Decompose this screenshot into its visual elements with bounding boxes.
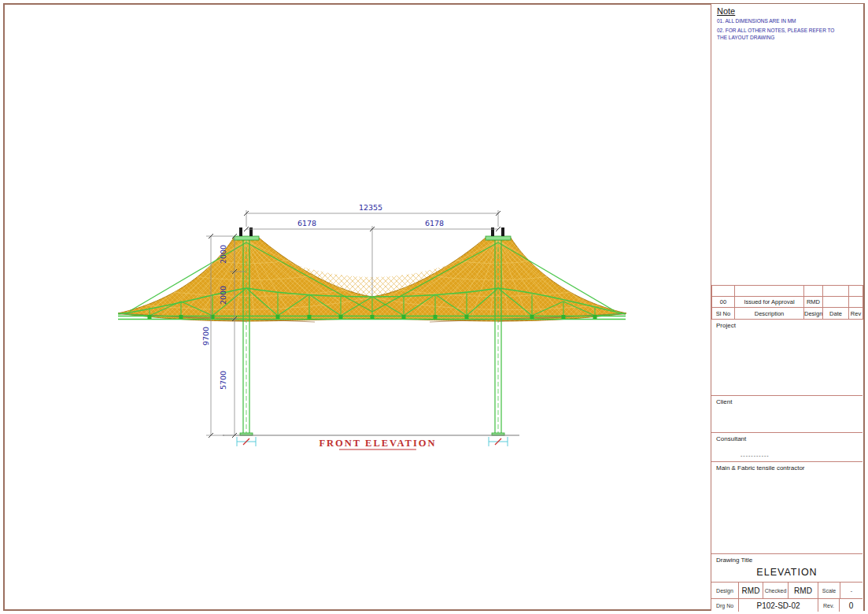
- rev-design: RMD: [804, 297, 823, 308]
- rev-date: [823, 297, 849, 308]
- revision-row-00: 00 Issued for Approval RMD: [712, 297, 863, 308]
- rev-label: Rev.: [818, 599, 839, 612]
- design-value: RMD: [738, 583, 763, 599]
- title-block-panel: Note 01. ALL DIMENSIONS ARE IN MM 02. FO…: [711, 4, 863, 611]
- section-contractor: Main & Fabric tensile contractor: [711, 461, 862, 554]
- checked-label: Checked: [763, 583, 788, 599]
- design-row: Design RMD Checked RMD Scale -: [711, 582, 862, 599]
- dim-left-half: 6178: [297, 219, 316, 227]
- rev-slno: 00: [712, 297, 735, 308]
- consultant-label: Consultant: [716, 435, 746, 442]
- checked-value: RMD: [788, 583, 818, 599]
- section-consultant: Consultant -----------: [711, 432, 862, 462]
- note-box: Note 01. ALL DIMENSIONS ARE IN MM 02. FO…: [717, 6, 843, 41]
- drawing-title: ELEVATION: [711, 567, 862, 578]
- revision-row-empty: [712, 286, 863, 297]
- note-title: Note: [717, 6, 843, 16]
- dim-total-height: 9700: [201, 327, 210, 346]
- hdr-design: Design: [804, 308, 823, 320]
- drg-no-value: P102-SD-02: [738, 599, 818, 612]
- drawing-sheet: 12355 6178 6178 2000 2000 9700 5700 FRON…: [0, 0, 868, 614]
- drawing-title-label: Drawing Title: [716, 557, 752, 564]
- rev-description: Issued for Approval: [735, 297, 804, 308]
- section-project: Project: [711, 319, 862, 396]
- rev-value: 0: [839, 599, 862, 612]
- drg-no-label: Drg No: [711, 599, 738, 612]
- dim-overall-width: 12355: [359, 203, 382, 212]
- note-item-2: 02. FOR ALL OTHER NOTES, PLEASE REFER TO…: [717, 28, 837, 42]
- note-item-1: 01. ALL DIMENSIONS ARE IN MM: [717, 18, 837, 25]
- consultant-value: -----------: [741, 453, 770, 458]
- revision-table: 00 Issued for Approval RMD Sl No Descrip…: [711, 285, 863, 320]
- front-elevation-label: FRONT ELEVATION: [319, 438, 436, 449]
- scale-label: Scale: [818, 583, 840, 599]
- contractor-label: Main & Fabric tensile contractor: [716, 464, 805, 472]
- hdr-description: Description: [735, 308, 804, 320]
- dim-mast-top: 2000: [219, 245, 227, 264]
- project-label: Project: [716, 322, 736, 329]
- dim-right-half: 6178: [425, 219, 444, 227]
- hdr-date: Date: [823, 308, 849, 320]
- dim-truss-zone: 2000: [219, 286, 227, 305]
- rev-rev: [849, 297, 863, 308]
- section-drawing-title: Drawing Title ELEVATION: [711, 553, 862, 583]
- scale-value: -: [840, 583, 862, 599]
- dim-column-height: 5700: [219, 371, 227, 390]
- design-label: Design: [711, 583, 738, 599]
- hdr-slno: Sl No: [712, 308, 735, 320]
- client-label: Client: [716, 398, 732, 405]
- hdr-rev: Rev: [849, 308, 863, 320]
- section-client: Client: [711, 395, 862, 433]
- revision-header-row: Sl No Description Design Date Rev: [712, 308, 863, 320]
- drg-no-row: Drg No P102-SD-02 Rev. 0: [711, 598, 862, 612]
